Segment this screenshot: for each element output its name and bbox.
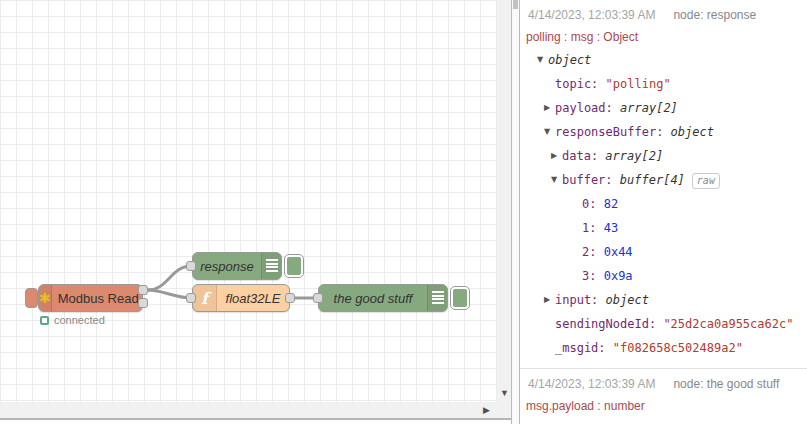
response-input-port[interactable]	[186, 261, 196, 271]
function-output-port[interactable]	[285, 293, 295, 303]
status-connected-icon	[40, 316, 49, 325]
node-debug-response[interactable]: response	[192, 252, 282, 280]
debug-list-icon	[261, 253, 281, 279]
raw-toggle-button[interactable]: raw	[692, 173, 720, 189]
modbus-icon: ✱	[39, 285, 52, 311]
debug-message-goodstuff: 4/14/2023, 12:03:39 AMnode: the good stu…	[520, 368, 807, 424]
canvas-vertical-scrollbar[interactable]: ▼	[497, 0, 512, 402]
modbus-output-port-2[interactable]	[138, 298, 148, 308]
scroll-right-icon[interactable]: ▶	[483, 405, 490, 416]
modbus-output-port-1[interactable]	[138, 285, 148, 295]
response-debug-toggle-button[interactable]	[284, 254, 304, 278]
tree-row-buffer[interactable]: ▼buffer: buffer[4]raw	[524, 168, 803, 192]
modbus-status: connected	[40, 314, 105, 326]
tree-row-root[interactable]: ▼object	[524, 48, 803, 72]
tree-row-buffer-2: 2: 0x44	[524, 240, 803, 264]
message-timestamp: 4/14/2023, 12:03:39 AM	[528, 8, 655, 22]
tree-row-sendingnodeid: sendingNodeId: "25d2ca0a955ca62c"	[524, 312, 803, 336]
goodstuff-debug-toggle-button[interactable]	[450, 286, 470, 310]
payload-number-value: 1234.5677490234375	[524, 413, 803, 424]
message-meta: msg.payload : number	[524, 391, 803, 413]
node-label-response: response	[193, 253, 261, 279]
caret-right-icon[interactable]: ▶	[551, 144, 557, 168]
message-source-node: node: the good stuff	[673, 377, 779, 391]
node-label-function: float32LE	[217, 285, 289, 311]
splitter-scroll-thumb[interactable]	[513, 0, 518, 9]
caret-right-icon[interactable]: ▶	[544, 96, 550, 120]
function-input-port[interactable]	[186, 293, 196, 303]
tree-row-payload[interactable]: ▶payload: array[2]	[524, 96, 803, 120]
tree-row-input[interactable]: ▶input: object	[524, 288, 803, 312]
debug-message-response: 4/14/2023, 12:03:39 AMnode: response pol…	[520, 0, 807, 368]
wires-layer	[0, 0, 497, 402]
tree-row-topic: topic: "polling"	[524, 72, 803, 96]
json-tree: ▼object topic: "polling" ▶payload: array…	[524, 44, 803, 360]
wire-modbus-to-function[interactable]	[148, 290, 191, 298]
node-debug-goodstuff[interactable]: the good stuff	[318, 284, 448, 312]
node-modbus-read[interactable]: ✱ Modbus Read	[38, 284, 143, 312]
tree-row-buffer-0: 0: 82	[524, 192, 803, 216]
message-timestamp: 4/14/2023, 12:03:39 AM	[528, 377, 655, 391]
function-icon: f	[193, 285, 217, 311]
tree-row-data[interactable]: ▶data: array[2]	[524, 144, 803, 168]
flow-canvas[interactable]: ✱ Modbus Read connected response f flo	[0, 0, 497, 402]
status-text: connected	[54, 314, 105, 326]
node-label-modbus: Modbus Read	[52, 285, 145, 311]
message-meta: polling : msg : Object	[524, 22, 803, 44]
debug-sidebar: 4/14/2023, 12:03:39 AMnode: response pol…	[520, 0, 807, 424]
node-red-window: ✱ Modbus Read connected response f flo	[0, 0, 807, 424]
caret-down-icon[interactable]: ▼	[544, 120, 550, 144]
caret-down-icon[interactable]: ▼	[537, 48, 543, 72]
scroll-down-icon[interactable]: ▼	[497, 388, 512, 398]
debug-list-icon	[427, 285, 447, 311]
debug-message-header: 4/14/2023, 12:03:39 AMnode: response	[524, 6, 803, 22]
tree-row-buffer-3: 3: 0x9a	[524, 264, 803, 288]
caret-right-icon[interactable]: ▶	[544, 288, 550, 312]
tree-row-buffer-1: 1: 43	[524, 216, 803, 240]
message-source-node: node: response	[673, 8, 756, 22]
tree-row-responsebuffer[interactable]: ▼responseBuffer: object	[524, 120, 803, 144]
canvas-horizontal-scrollbar[interactable]: ▶	[0, 402, 512, 420]
wire-modbus-to-response[interactable]	[148, 266, 191, 290]
node-function-float32le[interactable]: f float32LE	[192, 284, 290, 312]
caret-down-icon[interactable]: ▼	[551, 168, 557, 192]
goodstuff-input-port[interactable]	[313, 293, 323, 303]
debug-message-header: 4/14/2023, 12:03:39 AMnode: the good stu…	[524, 375, 803, 391]
tree-row-msgid: _msgid: "f082658c502489a2"	[524, 336, 803, 360]
modbus-node-button[interactable]	[25, 288, 38, 308]
sidebar-splitter[interactable]	[511, 0, 520, 424]
node-label-goodstuff: the good stuff	[319, 285, 427, 311]
